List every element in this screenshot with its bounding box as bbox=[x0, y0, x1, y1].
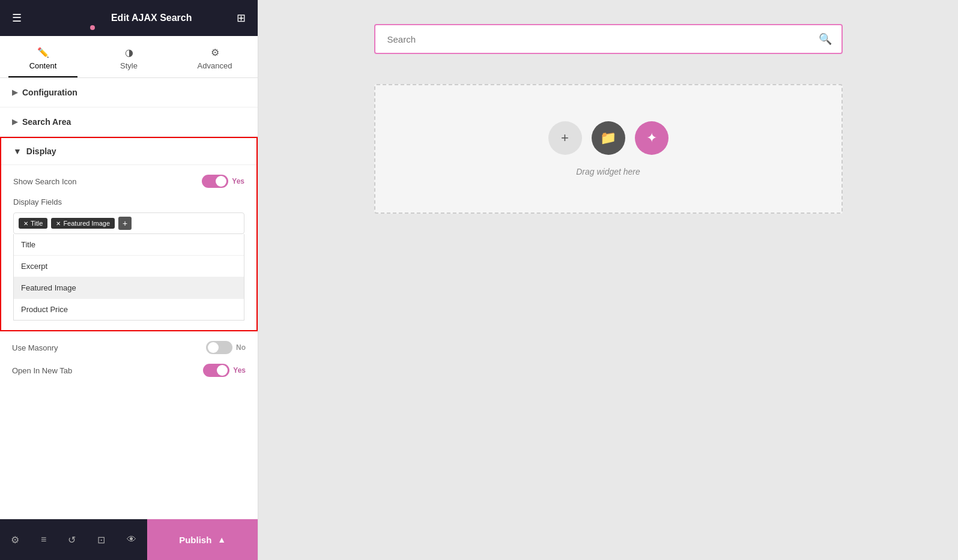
open-new-tab-toggle[interactable]: Yes bbox=[203, 364, 246, 377]
tags-container: ✕ Title ✕ Featured Image + bbox=[13, 212, 244, 234]
tag-title[interactable]: ✕ Title bbox=[19, 218, 47, 229]
layers-icon-btn[interactable]: ≡ bbox=[30, 519, 57, 560]
dropdown-item-product-price[interactable]: Product Price bbox=[14, 299, 244, 320]
display-collapse-arrow: ▼ bbox=[13, 146, 22, 156]
dropdown-item-excerpt[interactable]: Excerpt bbox=[14, 256, 244, 277]
search-area-label: Search Area bbox=[22, 117, 71, 127]
search-area-section[interactable]: ▶ Search Area bbox=[0, 107, 258, 137]
toggle-label-new-tab-yes: Yes bbox=[233, 366, 246, 375]
extra-fields: Use Masonry No Open In New Tab Yes bbox=[0, 331, 258, 396]
style-tab-label: Style bbox=[120, 61, 138, 70]
tabs-bar: ✏️ Content ◑ Style ⚙ Advanced bbox=[0, 36, 258, 78]
show-search-icon-label: Show Search Icon bbox=[13, 177, 77, 186]
dropdown-list: Title Excerpt Featured Image Product Pri… bbox=[13, 234, 244, 321]
sidebar: ☰ Edit AJAX Search ⊞ ✏️ Content ◑ Style … bbox=[0, 0, 258, 560]
drag-area: + 📁 ✦ Drag widget here bbox=[374, 84, 843, 214]
content-tab-label: Content bbox=[29, 61, 57, 70]
display-section-header[interactable]: ▼ Display bbox=[1, 138, 256, 165]
ai-widget-button[interactable]: ✦ bbox=[635, 121, 668, 155]
dropdown-item-featured-image[interactable]: Featured Image bbox=[14, 277, 244, 299]
dropdown-item-title[interactable]: Title bbox=[14, 234, 244, 256]
grid-icon[interactable]: ⊞ bbox=[237, 11, 246, 25]
open-new-tab-row: Open In New Tab Yes bbox=[12, 364, 246, 377]
preview-icon-btn[interactable]: 👁 bbox=[116, 519, 147, 560]
responsive-icon-btn[interactable]: ⊡ bbox=[86, 519, 116, 560]
tag-add-button[interactable]: + bbox=[118, 217, 132, 230]
display-fields-group: Display Fields ✕ Title ✕ Featured Image … bbox=[13, 197, 244, 321]
toggle-thumb bbox=[216, 176, 226, 187]
publish-chevron-icon: ▲ bbox=[217, 535, 226, 544]
style-tab-icon: ◑ bbox=[125, 47, 133, 58]
toggle-track-on[interactable] bbox=[202, 175, 228, 188]
use-masonry-label: Use Masonry bbox=[12, 343, 58, 352]
hamburger-icon[interactable]: ☰ bbox=[12, 11, 22, 25]
history-icon-btn[interactable]: ↺ bbox=[57, 519, 86, 560]
open-new-tab-label: Open In New Tab bbox=[12, 366, 72, 375]
publish-button[interactable]: Publish ▲ bbox=[147, 519, 258, 560]
drag-buttons: + 📁 ✦ bbox=[548, 121, 668, 155]
search-preview-icon: 🔍 bbox=[809, 32, 841, 46]
tag-featured-image-label: Featured Image bbox=[63, 220, 110, 227]
content-tab-icon: ✏️ bbox=[37, 47, 49, 58]
search-preview: 🔍 bbox=[374, 24, 843, 54]
sidebar-title: Edit AJAX Search bbox=[111, 13, 192, 23]
publish-label: Publish bbox=[179, 535, 211, 545]
advanced-tab-label: Advanced bbox=[198, 61, 232, 70]
sparkle-icon: ✦ bbox=[646, 130, 657, 146]
tag-featured-image-remove[interactable]: ✕ bbox=[56, 220, 61, 227]
display-section-content: Show Search Icon Yes Display Fields ✕ bbox=[1, 165, 256, 330]
drag-text: Drag widget here bbox=[576, 167, 640, 176]
tag-title-label: Title bbox=[31, 220, 43, 227]
bottom-toolbar: ⚙ ≡ ↺ ⊡ 👁 Publish ▲ bbox=[0, 519, 258, 560]
toggle-track-masonry[interactable] bbox=[206, 341, 232, 354]
search-preview-input[interactable] bbox=[375, 34, 809, 44]
tag-title-remove[interactable]: ✕ bbox=[23, 220, 28, 227]
sidebar-header: ☰ Edit AJAX Search ⊞ bbox=[0, 0, 258, 36]
toggle-thumb-masonry bbox=[208, 342, 219, 353]
configuration-section[interactable]: ▶ Configuration bbox=[0, 78, 258, 107]
pink-dot bbox=[90, 25, 95, 30]
search-area-arrow: ▶ bbox=[12, 118, 17, 126]
tab-content[interactable]: ✏️ Content bbox=[0, 42, 86, 77]
display-section-label: Display bbox=[26, 146, 56, 156]
show-search-icon-row: Show Search Icon Yes bbox=[13, 175, 244, 188]
toggle-label-no: No bbox=[236, 343, 246, 352]
use-masonry-row: Use Masonry No bbox=[12, 341, 246, 354]
use-masonry-toggle[interactable]: No bbox=[206, 341, 246, 354]
bottom-icons: ⚙ ≡ ↺ ⊡ 👁 bbox=[0, 519, 147, 560]
toggle-thumb-new-tab bbox=[217, 365, 228, 376]
add-widget-button[interactable]: + bbox=[548, 121, 582, 155]
display-section: ▼ Display Show Search Icon Yes Displ bbox=[0, 137, 258, 331]
configuration-label: Configuration bbox=[22, 88, 77, 97]
tab-advanced[interactable]: ⚙ Advanced bbox=[172, 42, 258, 77]
add-icon: + bbox=[561, 130, 569, 146]
folder-icon: 📁 bbox=[600, 130, 616, 146]
sections-container: ▶ Configuration ▶ Search Area ▼ Display … bbox=[0, 78, 258, 519]
settings-icon-btn[interactable]: ⚙ bbox=[0, 519, 30, 560]
tag-featured-image[interactable]: ✕ Featured Image bbox=[51, 218, 115, 229]
display-fields-label: Display Fields bbox=[13, 197, 244, 206]
toggle-track-new-tab[interactable] bbox=[203, 364, 229, 377]
toggle-label-yes: Yes bbox=[232, 177, 244, 185]
configuration-arrow: ▶ bbox=[12, 88, 17, 97]
main-content: 🔍 + 📁 ✦ Drag widget here bbox=[258, 0, 958, 560]
browse-widgets-button[interactable]: 📁 bbox=[592, 121, 625, 155]
show-search-icon-toggle[interactable]: Yes bbox=[202, 175, 244, 188]
advanced-tab-icon: ⚙ bbox=[211, 47, 219, 58]
tab-style[interactable]: ◑ Style bbox=[86, 42, 172, 77]
